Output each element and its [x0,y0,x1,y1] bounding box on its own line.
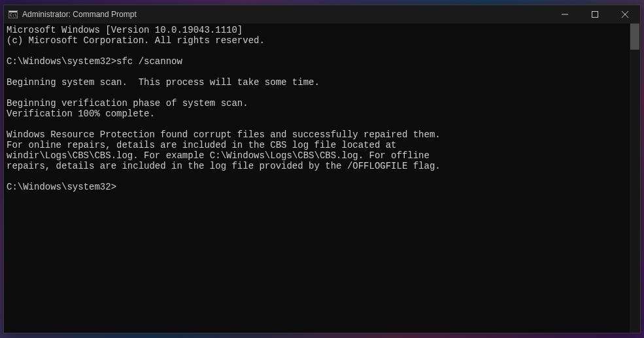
minimize-icon [562,11,568,18]
terminal-line: Windows Resource Protection found corrup… [7,129,627,140]
maximize-button[interactable] [580,5,610,24]
terminal-line [7,88,627,98]
terminal-line: C:\Windows\system32>sfc /scannow [7,56,627,67]
svg-text:C:\: C:\ [10,12,17,17]
terminal-line: Beginning system scan. This process will… [7,77,627,88]
minimize-button[interactable] [550,5,580,24]
terminal-line [7,171,627,182]
terminal-line: windir\Logs\CBS\CBS.log. For example C:\… [7,150,627,161]
terminal-line: (c) Microsoft Corporation. All rights re… [7,35,627,46]
window-title: Administrator: Command Prompt [22,10,550,19]
terminal-line: Beginning verification phase of system s… [7,98,627,109]
terminal-output[interactable]: Microsoft Windows [Version 10.0.19043.11… [4,24,630,333]
window-controls [550,5,640,24]
close-button[interactable] [610,5,640,24]
svg-rect-4 [592,12,598,18]
terminal-line: Microsoft Windows [Version 10.0.19043.11… [7,25,627,35]
terminal-line [7,119,627,129]
terminal-line [7,46,627,56]
maximize-icon [592,11,598,18]
terminal-body: Microsoft Windows [Version 10.0.19043.11… [4,24,640,333]
terminal-line: For online repairs, details are included… [7,140,627,150]
terminal-line: C:\Windows\system32> [7,182,627,192]
scrollbar[interactable] [630,24,640,333]
close-icon [622,11,628,18]
terminal-line: repairs, details are included in the log… [7,161,627,171]
titlebar[interactable]: C:\ Administrator: Command Prompt [4,5,640,24]
terminal-line [7,67,627,77]
terminal-line: Verification 100% complete. [7,109,627,119]
cmd-icon: C:\ [8,9,18,20]
scrollbar-thumb[interactable] [630,24,639,50]
command-prompt-window: C:\ Administrator: Command Prompt [3,5,641,333]
